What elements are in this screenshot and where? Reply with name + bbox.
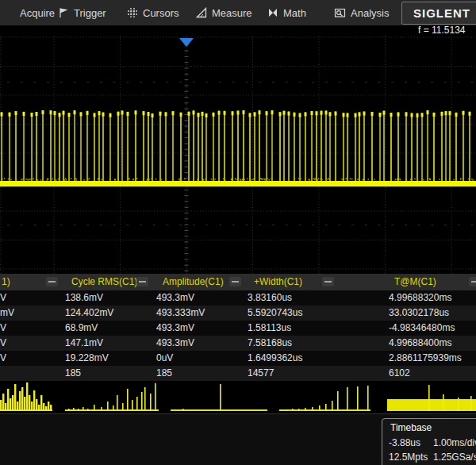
analysis-icon [334,7,346,18]
pulse-train-trace [0,36,476,274]
menu-item-label: Measure [212,7,252,19]
collapse-minus-button[interactable] [322,277,334,286]
timebase-panel[interactable]: Timebase -3.88us 1.00ms/div 12.5Mpts 1.2… [382,418,476,465]
menu-item-cursors[interactable]: Cursors [127,0,179,25]
menu-item-label: Math [283,7,306,19]
timebase-points: 12.5Mpts [389,452,428,463]
math-icon [267,7,278,18]
col-header-tatm: T@M(C1) [394,274,436,290]
table-row: V 19.228mV 0uV 1.6499362us 2.8861175939m… [0,351,476,366]
timebase-title: Timebase [390,422,432,433]
menu-item-measure[interactable]: Measure [196,0,252,25]
col-header-pwidth: +Width(C1) [254,274,302,290]
measure-icon [196,7,207,18]
oscilloscope-screen: Acquire Trigger Cursors Measure [0,0,476,465]
collapse-minus-button[interactable] [136,277,148,286]
measurement-table-header: 1) Cycle RMS(C1) Amplitude(C1) +Width(C1… [0,274,476,290]
col-header-amplitude: Amplitude(C1) [163,274,224,290]
timebase-delay: -3.88us [389,437,420,448]
waveform-display [0,36,476,274]
collapse-minus-button[interactable] [229,277,241,286]
table-row: 185 185 14577 6102 [0,366,476,381]
menu-item-acquire[interactable]: Acquire [20,0,55,25]
menu-item-analysis[interactable]: Analysis [334,0,389,25]
flag-icon [58,7,69,18]
col-header-1: 1) [2,274,10,290]
table-row: V 68.9mV 493.3mV 1.58113us -4.98346480ms [0,321,476,336]
menu-item-label: Acquire [20,7,55,19]
menu-item-label: Trigger [74,7,106,19]
menu-item-trigger[interactable]: Trigger [58,0,106,25]
table-row: V 147.1mV 493.3mV 7.58168us 4.99688400ms [0,336,476,351]
menu-item-label: Analysis [351,7,389,19]
trigger-position-marker[interactable] [179,38,194,47]
trigger-frequency-readout: f = 11.5134 [418,25,476,36]
col-header-cycle-rms: Cycle RMS(C1) [71,274,137,290]
table-row: mV 124.402mV 493.333mV 5.5920743us 33.03… [0,306,476,321]
menu-item-label: Cursors [143,7,179,19]
measurement-table: 1) Cycle RMS(C1) Amplitude(C1) +Width(C1… [0,274,476,381]
table-row: V 138.6mV 493.3mV 3.83160us 4.99688320ms [0,290,476,306]
menu-item-math[interactable]: Math [267,0,306,25]
collapse-minus-button[interactable] [46,277,58,286]
statistics-histograms [0,381,476,413]
collapse-minus-button[interactable] [469,277,476,286]
timebase-sample-rate: 1.25GSa/s [433,452,476,463]
cursors-icon [127,7,138,18]
siglent-logo: SIGLENT [401,2,476,25]
timebase-scale: 1.00ms/div [433,437,476,448]
